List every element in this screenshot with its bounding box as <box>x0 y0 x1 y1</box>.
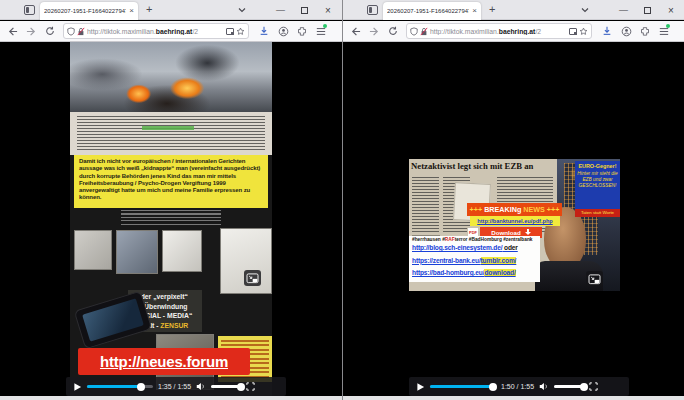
shield-icon[interactable] <box>67 27 75 36</box>
window-close-button[interactable]: × <box>325 0 331 20</box>
window-close-button[interactable]: × <box>668 0 674 20</box>
navigation-bar: http://tiktok.maximilian.baehring.at/2 <box>0 21 342 42</box>
play-button[interactable] <box>416 382 425 392</box>
maximize-button[interactable] <box>644 7 651 14</box>
firefox-view-icon[interactable] <box>367 5 378 15</box>
video-link-text: http://blog.sch-einesystem.de/ oder <box>412 242 537 255</box>
minimize-button[interactable]: — <box>276 0 285 20</box>
video-url-banner: http://neues.forum <box>78 348 250 375</box>
extensions-icon[interactable] <box>638 24 652 38</box>
minimize-button[interactable]: — <box>619 0 628 20</box>
new-tab-button[interactable]: + <box>146 3 152 15</box>
fullscreen-button[interactable] <box>589 382 598 391</box>
browser-window-left: 20260207-1951-F1664022794766544 × + — × … <box>0 0 342 400</box>
breaking-news-banner: +++ BREAKINg NEWS +++ <box>467 203 562 216</box>
time-display: 1:50 / 1:55 <box>501 383 534 390</box>
page-content: Netzaktivist legt sich mit EZB an EURO-G… <box>343 42 684 396</box>
video-link-text: https://zentral-bank.eu/tumblr.com/ <box>412 255 537 268</box>
document-text-lines <box>77 116 265 151</box>
new-tab-button[interactable]: + <box>489 3 495 15</box>
volume-slider[interactable] <box>554 385 584 388</box>
insecure-lock-icon[interactable] <box>77 27 85 36</box>
tab-close-icon[interactable]: × <box>472 7 477 15</box>
collage-thumbnail <box>162 230 202 272</box>
menu-button[interactable] <box>314 24 328 38</box>
url-text: http://tiktok.maximilian.baehring.at/2 <box>87 28 224 35</box>
tab-title: 20260207-1951-F1664022794766544 <box>387 8 469 14</box>
tab-title: 20260207-1951-F1664022794766544 <box>44 8 126 14</box>
tab[interactable]: 20260207-1951-F1664022794766544 × <box>40 2 138 20</box>
video-player-left[interactable]: Damit ich nicht vor europäischen / inter… <box>70 42 272 396</box>
reload-button[interactable] <box>43 24 57 38</box>
url-text: http://tiktok.maximilian.baehring.at/2 <box>430 28 567 35</box>
video-fire-image <box>70 42 272 112</box>
euro-gegner-box: EURO-Gegner! Hinter mir steht die EZB un… <box>575 161 620 209</box>
downloads-button[interactable] <box>600 24 614 38</box>
video-controls-right: 1:50 / 1:55 <box>409 377 629 396</box>
page-content: Damit ich nicht vor europäischen / inter… <box>0 42 342 396</box>
screenshot-icon[interactable] <box>569 28 577 35</box>
banner-link: http://banktunnel.eu/pdf.php <box>470 216 560 226</box>
reload-button[interactable] <box>386 24 400 38</box>
tab-bar: 20260207-1951-F1664022794766544 × + — × <box>0 0 342 20</box>
video-document-image <box>70 112 272 155</box>
document-address-lines <box>121 210 221 226</box>
tab-close-icon[interactable]: × <box>129 7 134 15</box>
browser-window-right: 20260207-1951-F1664022794766544 × + — × … <box>342 0 684 400</box>
seek-bar[interactable] <box>87 385 153 388</box>
menu-button[interactable] <box>657 24 671 38</box>
account-icon[interactable] <box>619 24 633 38</box>
time-display: 1:35 / 1:55 <box>158 383 191 390</box>
window-bottom-edge <box>0 396 342 400</box>
newspaper-headline: Netzaktivist legt sich mit EZB an <box>411 161 555 171</box>
document-green-highlight <box>142 126 194 130</box>
tab-bar: 20260207-1951-F1664022794766544 × + — × <box>343 0 684 20</box>
url-bar[interactable]: http://tiktok.maximilian.baehring.at/2 <box>63 23 249 39</box>
forward-button[interactable] <box>24 24 38 38</box>
insecure-lock-icon[interactable] <box>420 27 428 36</box>
newspaper-column <box>412 177 439 232</box>
extensions-icon[interactable] <box>295 24 309 38</box>
play-button[interactable] <box>73 382 82 392</box>
firefox-view-icon[interactable] <box>24 5 35 15</box>
volume-icon[interactable] <box>539 382 549 391</box>
collage-thumbnail <box>74 230 112 270</box>
seek-bar[interactable] <box>430 385 496 388</box>
fullscreen-button[interactable] <box>246 382 255 391</box>
volume-icon[interactable] <box>196 382 206 391</box>
volume-slider[interactable] <box>211 385 241 388</box>
account-icon[interactable] <box>276 24 290 38</box>
tab-list-chevron-icon[interactable] <box>238 7 246 13</box>
downloads-button[interactable] <box>257 24 271 38</box>
bookmark-star-icon[interactable] <box>579 27 588 36</box>
tab[interactable]: 20260207-1951-F1664022794766544 × <box>383 2 481 20</box>
menu-notification-dot <box>666 24 670 28</box>
bookmark-star-icon[interactable] <box>236 27 245 36</box>
screenshot-icon[interactable] <box>226 28 234 35</box>
maximize-button[interactable] <box>301 7 308 14</box>
shield-icon[interactable] <box>410 27 418 36</box>
video-link-text: https://bad-homburg.eu/download/ <box>412 267 537 280</box>
collage-thumbnail <box>116 230 158 274</box>
links-info-box: #herrhausen #RAFterror #BadHomburg #zent… <box>409 236 540 282</box>
tab-list-chevron-icon[interactable] <box>581 7 589 13</box>
video-player-right[interactable]: Netzaktivist legt sich mit EZB an EURO-G… <box>409 159 620 291</box>
video-highlighted-statement: Damit ich nicht vor europäischen / inter… <box>74 155 268 208</box>
forward-button[interactable] <box>367 24 381 38</box>
back-button[interactable] <box>348 24 362 38</box>
url-bar[interactable]: http://tiktok.maximilian.baehring.at/2 <box>406 23 592 39</box>
menu-notification-dot <box>323 24 327 28</box>
picture-in-picture-button[interactable] <box>586 271 603 287</box>
video-controls-left: 1:35 / 1:55 <box>66 377 286 396</box>
navigation-bar: http://tiktok.maximilian.baehring.at/2 <box>343 21 684 42</box>
picture-in-picture-button[interactable] <box>244 270 261 286</box>
download-arrow-icon <box>525 229 531 236</box>
window-bottom-edge <box>343 396 684 400</box>
smartphone-image <box>74 291 153 350</box>
back-button[interactable] <box>5 24 19 38</box>
euro-box-footer: Taten statt Worte <box>575 209 620 217</box>
